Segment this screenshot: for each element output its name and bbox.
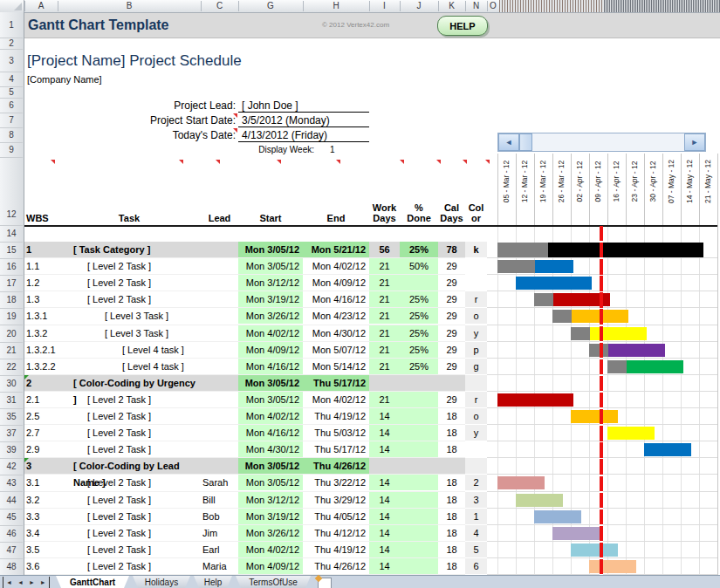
compressed-columns — [604, 0, 720, 12]
display-week-label: Display Week: — [183, 145, 314, 154]
copyright-text: © 2012 Vertex42.com — [322, 21, 389, 29]
column-separator — [487, 1, 488, 11]
row-header-35[interactable]: 35 — [0, 408, 23, 426]
column-header-B[interactable]: B — [58, 0, 201, 12]
tab-first-icon[interactable]: ◄ — [3, 577, 15, 588]
scrollbar-thumb[interactable] — [519, 133, 532, 151]
column-separator — [303, 1, 304, 11]
tab-help[interactable]: Help — [194, 576, 232, 588]
row-header-9[interactable]: 9 — [0, 142, 23, 158]
column-header-H[interactable]: H — [303, 0, 369, 12]
row-header-15[interactable]: 15 — [0, 242, 23, 259]
column-separator — [369, 1, 370, 11]
row-header-31[interactable]: 31 — [0, 392, 23, 409]
underline — [238, 112, 369, 113]
project-schedule-title[interactable]: [Project Name] Project Schedule — [27, 52, 242, 70]
tab-prev-icon[interactable]: ◄ — [15, 577, 26, 588]
todays-date-value[interactable]: 4/13/2012 (Friday) — [242, 129, 327, 141]
column-separator — [400, 1, 401, 11]
row-header-1[interactable]: 1 — [0, 12, 23, 38]
tab-ganttchart[interactable]: GanttChart — [56, 576, 129, 588]
row-header-18[interactable]: 18 — [0, 291, 23, 309]
company-name-cell[interactable]: [Company Name] — [27, 74, 102, 85]
row-header-48[interactable]: 48 — [0, 558, 23, 576]
row-header-46[interactable]: 46 — [0, 525, 23, 543]
column-header-J[interactable]: J — [400, 0, 438, 12]
project-lead-label: Project Lead: — [0, 99, 236, 112]
row-header-4[interactable]: 4 — [0, 72, 23, 87]
column-header-O[interactable]: O — [487, 0, 499, 12]
row-header-17[interactable]: 17 — [0, 275, 23, 292]
underline — [238, 126, 369, 127]
column-separator — [438, 1, 439, 11]
todays-date-label: Today's Date: — [0, 129, 236, 141]
column-header-G[interactable]: G — [238, 0, 303, 12]
row-header-22[interactable]: 22 — [0, 359, 23, 376]
row-header-5[interactable]: 5 — [0, 86, 23, 99]
tab-navigation: ◄◄►► — [0, 576, 50, 586]
row-header-20[interactable]: 20 — [0, 325, 23, 343]
row-header-21[interactable]: 21 — [0, 342, 23, 359]
column-header-I[interactable]: I — [369, 0, 400, 12]
row-header-42[interactable]: 42 — [0, 458, 23, 475]
tab-holidays[interactable]: Holidays — [133, 576, 190, 588]
row-header-3[interactable]: 3 — [0, 49, 23, 72]
row-header-19[interactable]: 19 — [0, 308, 23, 325]
scroll-left-button[interactable]: ◄ — [498, 133, 519, 151]
row-header-14[interactable]: 14 — [0, 225, 23, 243]
column-separator — [465, 1, 466, 11]
row-header-37[interactable]: 37 — [0, 425, 23, 442]
row-header-16[interactable]: 16 — [0, 258, 23, 276]
row-header-30[interactable]: 30 — [0, 375, 23, 393]
underline — [238, 141, 369, 142]
column-header-A[interactable]: A — [24, 0, 58, 12]
compressed-columns — [499, 0, 604, 12]
column-separator — [201, 1, 202, 11]
row-header-12[interactable]: 12 — [0, 202, 23, 226]
column-separator — [24, 1, 25, 11]
workbook-title: Gantt Chart Template — [28, 17, 169, 33]
project-start-date-value[interactable]: 3/5/2012 (Monday) — [242, 114, 330, 126]
project-lead-value[interactable]: [ John Doe ] — [242, 99, 298, 112]
column-header-K[interactable]: K — [438, 0, 465, 12]
row-header-45[interactable]: 45 — [0, 509, 23, 526]
column-separator — [238, 1, 239, 11]
column-separator — [58, 1, 58, 11]
column-header-N[interactable]: N — [465, 0, 487, 12]
row-header-47[interactable]: 47 — [0, 542, 23, 559]
row-header-39[interactable]: 39 — [0, 441, 23, 459]
row-header-44[interactable]: 44 — [0, 492, 23, 509]
tab-termsofuse[interactable]: TermsOfUse — [236, 576, 311, 588]
tab-next-icon[interactable]: ► — [26, 577, 38, 588]
week-scrollbar[interactable]: ◄ ► — [497, 133, 706, 152]
row-header-43[interactable]: 43 — [0, 475, 23, 492]
row-header-2[interactable]: 2 — [0, 38, 23, 50]
row-header-gutter[interactable]: 1234567891214151617181920212230313537394… — [0, 12, 24, 575]
scroll-right-button[interactable]: ► — [684, 133, 705, 151]
display-week-value[interactable]: 1 — [330, 145, 335, 154]
tab-last-icon[interactable]: ► — [38, 577, 50, 588]
sheet-tab-bar: ◄◄►► GanttChartHolidaysHelpTermsOfUse — [0, 575, 720, 588]
insert-sheet-tab[interactable] — [318, 578, 332, 588]
select-all-corner[interactable] — [0, 0, 24, 12]
column-header-C[interactable]: C — [201, 0, 238, 12]
new-sheet-star-icon — [315, 575, 322, 582]
column-header-strip[interactable]: ABCGHIJKNO — [0, 0, 720, 13]
project-start-date-label: Project Start Date: — [0, 114, 236, 126]
help-button[interactable]: HELP — [437, 16, 488, 36]
sheet-background — [24, 12, 720, 575]
